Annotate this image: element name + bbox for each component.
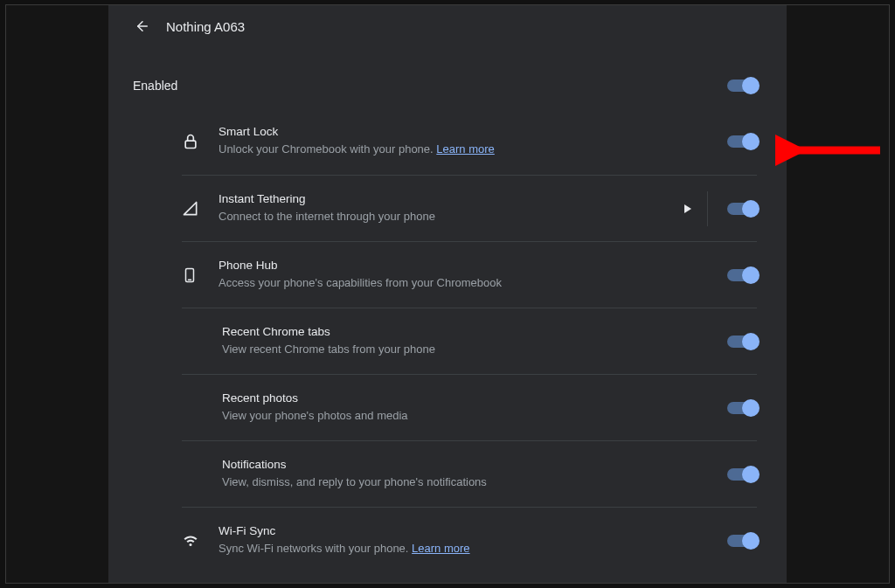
wifi-sync-toggle[interactable] <box>727 535 757 547</box>
notifications-toggle[interactable] <box>727 468 757 481</box>
row-recent-photos: Recent photos View your phone's photos a… <box>182 374 757 440</box>
phone-hub-sublist: Recent Chrome tabs View recent Chrome ta… <box>182 308 757 507</box>
tethering-toggle[interactable] <box>727 203 757 215</box>
right-gutter <box>787 5 889 583</box>
enabled-label: Enabled <box>133 79 177 93</box>
row-instant-tethering[interactable]: Instant Tethering Connect to the interne… <box>182 175 757 241</box>
wifi-sync-desc: Sync Wi-Fi networks with your phone. Lea… <box>219 541 727 557</box>
recent-photos-desc: View your phone's photos and media <box>222 408 727 424</box>
recent-tabs-toggle[interactable] <box>727 336 757 348</box>
smart-lock-toggle[interactable] <box>727 135 757 148</box>
tethering-expand[interactable] <box>684 191 708 226</box>
notifications-desc: View, dismiss, and reply to your phone's… <box>222 474 727 490</box>
recent-tabs-desc: View recent Chrome tabs from your phone <box>222 342 727 357</box>
settings-panel: Nothing A063 Enabled Smart Lock Unlock y… <box>108 5 787 583</box>
tethering-desc: Connect to the internet through your pho… <box>219 209 684 225</box>
smart-lock-learn-more-link[interactable]: Learn more <box>436 142 494 156</box>
phone-hub-desc: Access your phone's capabilities from yo… <box>219 275 727 291</box>
wifi-sync-title: Wi-Fi Sync <box>219 524 727 537</box>
row-recent-tabs: Recent Chrome tabs View recent Chrome ta… <box>182 308 757 374</box>
svg-rect-1 <box>185 141 196 148</box>
enabled-toggle[interactable] <box>727 80 757 92</box>
recent-tabs-title: Recent Chrome tabs <box>222 325 727 338</box>
smart-lock-desc: Unlock your Chromebook with your phone. … <box>219 142 727 157</box>
svg-marker-2 <box>684 204 691 213</box>
notifications-title: Notifications <box>222 458 727 471</box>
left-gutter <box>6 5 108 583</box>
page-title: Nothing A063 <box>166 19 245 34</box>
recent-photos-title: Recent photos <box>222 391 727 405</box>
phone-hub-toggle[interactable] <box>727 269 757 281</box>
row-notifications: Notifications View, dismiss, and reply t… <box>182 440 757 507</box>
wifi-sync-learn-more-link[interactable]: Learn more <box>412 542 469 555</box>
page-header: Nothing A063 <box>108 5 787 47</box>
settings-list: Smart Lock Unlock your Chromebook with y… <box>108 108 787 573</box>
phone-icon <box>182 266 219 284</box>
enabled-row: Enabled <box>108 47 787 108</box>
wifi-icon <box>182 533 219 549</box>
back-arrow-icon[interactable] <box>135 18 150 34</box>
signal-icon <box>182 200 219 218</box>
tethering-title: Instant Tethering <box>219 192 684 205</box>
phone-hub-title: Phone Hub <box>219 259 727 272</box>
row-wifi-sync: Wi-Fi Sync Sync Wi-Fi networks with your… <box>182 507 757 573</box>
lock-icon <box>182 133 219 150</box>
row-phone-hub: Phone Hub Access your phone's capabiliti… <box>182 241 757 308</box>
smart-lock-title: Smart Lock <box>219 125 727 138</box>
recent-photos-toggle[interactable] <box>727 402 757 414</box>
row-smart-lock: Smart Lock Unlock your Chromebook with y… <box>182 108 757 175</box>
settings-window: Nothing A063 Enabled Smart Lock Unlock y… <box>5 4 890 584</box>
